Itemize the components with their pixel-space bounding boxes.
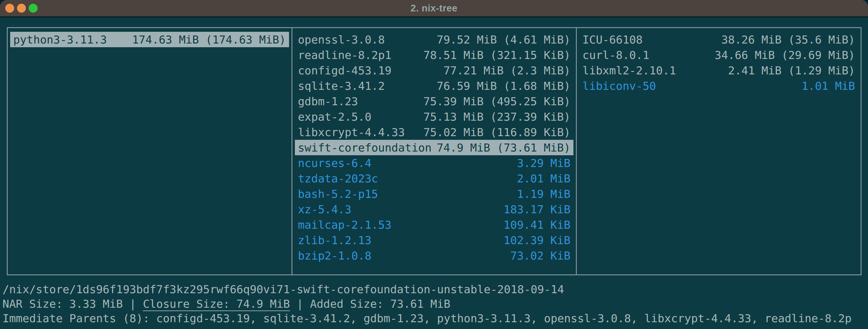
package-name: swift-corefoundation bbox=[298, 141, 432, 154]
package-size: 2.01 MiB bbox=[517, 172, 570, 185]
package-size: 77.21 MiB (2.3 MiB) bbox=[443, 64, 571, 77]
package-row[interactable]: zlib-1.2.13102.39 KiB bbox=[295, 232, 574, 248]
package-name: gdbm-1.23 bbox=[298, 95, 358, 108]
package-size: 174.63 MiB (174.63 MiB) bbox=[132, 33, 286, 46]
package-size: 75.39 MiB (495.25 KiB) bbox=[424, 95, 571, 108]
package-name: curl-8.0.1 bbox=[582, 49, 649, 61]
package-row[interactable]: xz-5.4.3183.17 KiB bbox=[295, 202, 574, 217]
package-row[interactable]: sqlite-3.41.276.59 MiB (1.68 MiB) bbox=[295, 78, 574, 93]
package-name: openssl-3.0.8 bbox=[298, 33, 385, 46]
package-size: 79.52 MiB (4.61 MiB) bbox=[437, 33, 570, 46]
package-row[interactable]: libxcrypt-4.4.3375.02 MiB (116.89 KiB) bbox=[295, 124, 574, 140]
package-name: ncurses-6.4 bbox=[298, 157, 371, 170]
package-size: 74.9 MiB (73.61 MiB) bbox=[437, 141, 570, 154]
window-title: 2. nix-tree bbox=[410, 3, 458, 14]
tree-column-children: ICU-6610838.26 MiB (35.6 MiB)curl-8.0.13… bbox=[577, 28, 861, 274]
size-info: NAR Size: 3.33 MiB | Closure Size: 74.9 … bbox=[2, 297, 868, 311]
package-size: 3.29 MiB bbox=[517, 157, 570, 170]
status-area: /nix/store/1ds96f193bdf7f3kz295rwf66q90v… bbox=[2, 282, 868, 326]
package-size: 38.26 MiB (35.6 MiB) bbox=[721, 33, 855, 46]
terminal-window: 2. nix-tree python3-3.11.3174.63 MiB (17… bbox=[0, 0, 868, 329]
package-size: 183.17 KiB bbox=[504, 203, 571, 216]
immediate-parents: Immediate Parents (8): configd-453.19, s… bbox=[2, 311, 868, 326]
package-row[interactable]: swift-corefoundation74.9 MiB (73.61 MiB) bbox=[295, 140, 574, 155]
package-size: 75.02 MiB (116.89 KiB) bbox=[424, 126, 571, 139]
package-size: 34.66 MiB (29.69 MiB) bbox=[715, 49, 855, 61]
package-row[interactable]: libxml2-2.10.12.41 MiB (1.29 MiB) bbox=[579, 63, 858, 78]
package-name: zlib-1.2.13 bbox=[298, 234, 371, 247]
added-size: | Added Size: 73.61 MiB bbox=[290, 298, 451, 310]
package-row[interactable]: mailcap-2.1.53109.41 KiB bbox=[295, 217, 574, 232]
package-size: 2.41 MiB (1.29 MiB) bbox=[728, 64, 855, 77]
package-row[interactable]: bash-5.2-p151.19 MiB bbox=[295, 186, 574, 202]
package-size: 78.51 MiB (321.15 KiB) bbox=[424, 49, 571, 61]
package-row[interactable]: expat-2.5.075.13 MiB (237.39 KiB) bbox=[295, 109, 574, 124]
tree-column-parents: python3-3.11.3174.63 MiB (174.63 MiB) bbox=[8, 28, 292, 274]
package-name: tzdata-2023c bbox=[298, 172, 378, 185]
package-name: xz-5.4.3 bbox=[298, 203, 351, 216]
package-size: 109.41 KiB bbox=[504, 218, 571, 231]
package-row[interactable]: openssl-3.0.879.52 MiB (4.61 MiB) bbox=[295, 32, 574, 47]
package-size: 73.02 KiB bbox=[510, 249, 570, 262]
package-name: configd-453.19 bbox=[298, 64, 392, 77]
traffic-lights bbox=[5, 0, 38, 17]
close-button-icon[interactable] bbox=[5, 4, 14, 13]
store-path: /nix/store/1ds96f193bdf7f3kz295rwf66q90v… bbox=[2, 282, 868, 297]
package-row[interactable]: ncurses-6.43.29 MiB bbox=[295, 155, 574, 171]
package-row[interactable]: readline-8.2p178.51 MiB (321.15 KiB) bbox=[295, 47, 574, 63]
closure-size: Closure Size: 74.9 MiB bbox=[143, 298, 290, 310]
package-name: readline-8.2p1 bbox=[298, 49, 392, 61]
package-name: sqlite-3.41.2 bbox=[298, 80, 385, 92]
zoom-button-icon[interactable] bbox=[29, 4, 38, 13]
package-row[interactable]: bzip2-1.0.873.02 KiB bbox=[295, 248, 574, 263]
package-size: 75.13 MiB (237.39 KiB) bbox=[424, 111, 571, 123]
package-row[interactable]: curl-8.0.134.66 MiB (29.69 MiB) bbox=[579, 47, 858, 63]
package-row[interactable]: ICU-6610838.26 MiB (35.6 MiB) bbox=[579, 32, 858, 47]
tree-panel: python3-3.11.3174.63 MiB (174.63 MiB) op… bbox=[7, 27, 862, 275]
package-row[interactable]: tzdata-2023c2.01 MiB bbox=[295, 171, 574, 186]
package-name: bzip2-1.0.8 bbox=[298, 249, 371, 262]
package-size: 1.01 MiB bbox=[802, 80, 855, 92]
package-size: 76.59 MiB (1.68 MiB) bbox=[437, 80, 570, 92]
package-row[interactable]: libiconv-501.01 MiB bbox=[579, 78, 858, 93]
package-name: python3-3.11.3 bbox=[13, 33, 107, 46]
tree-column-current: openssl-3.0.879.52 MiB (4.61 MiB)readlin… bbox=[292, 28, 577, 274]
package-row[interactable]: gdbm-1.2375.39 MiB (495.25 KiB) bbox=[295, 93, 574, 109]
nix-tree-app: python3-3.11.3174.63 MiB (174.63 MiB) op… bbox=[0, 18, 868, 329]
package-name: libxml2-2.10.1 bbox=[582, 64, 676, 77]
package-name: expat-2.5.0 bbox=[298, 111, 371, 123]
package-size: 102.39 KiB bbox=[504, 234, 571, 247]
package-row[interactable]: python3-3.11.3174.63 MiB (174.63 MiB) bbox=[10, 32, 289, 47]
package-size: 1.19 MiB bbox=[517, 188, 570, 200]
package-name: ICU-66108 bbox=[582, 33, 643, 46]
package-name: libxcrypt-4.4.33 bbox=[298, 126, 405, 139]
package-row[interactable]: configd-453.1977.21 MiB (2.3 MiB) bbox=[295, 63, 574, 78]
nar-size: NAR Size: 3.33 MiB | bbox=[2, 298, 143, 310]
package-name: mailcap-2.1.53 bbox=[298, 218, 392, 231]
minimize-button-icon[interactable] bbox=[17, 4, 26, 13]
package-name: libiconv-50 bbox=[582, 80, 656, 92]
package-name: bash-5.2-p15 bbox=[298, 188, 378, 200]
titlebar: 2. nix-tree bbox=[0, 0, 868, 18]
